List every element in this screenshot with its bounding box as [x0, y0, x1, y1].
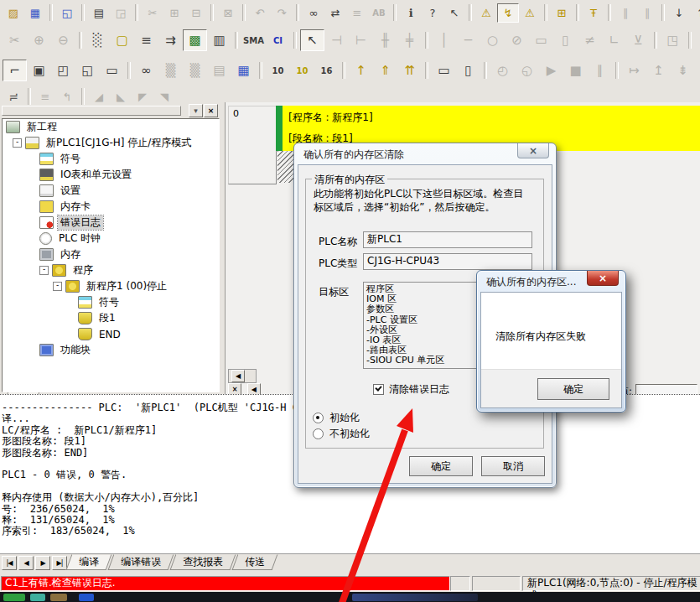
toolbar-icon[interactable]: ↦ — [622, 60, 646, 81]
toolbar-icon[interactable]: ▒ — [158, 60, 183, 81]
toolbar-icon[interactable]: ▣ — [27, 60, 51, 81]
toolbar-icon[interactable]: ≡ — [134, 29, 158, 51]
toolbar-icon[interactable]: 16 — [314, 60, 339, 81]
toolbar-icon[interactable]: ↓ — [668, 3, 690, 23]
toolbar-icon[interactable]: ⊕ — [27, 29, 51, 51]
tree-item[interactable]: IO表和单元设置 — [3, 167, 219, 183]
toolbar-icon[interactable]: ▦ — [231, 60, 256, 81]
toolbar-icon[interactable]: ▤ — [207, 60, 231, 81]
toolbar-icon[interactable]: │ — [432, 29, 456, 51]
tree-item[interactable]: 新工程 — [3, 119, 219, 135]
toolbar-icon[interactable]: ↑ — [690, 3, 700, 23]
toolbar-icon[interactable]: ↖ — [443, 3, 465, 23]
toolbar-icon[interactable]: ▶ — [539, 60, 563, 81]
toolbar-icon[interactable]: ◵ — [515, 60, 539, 81]
toolbar-icon[interactable]: 10 — [290, 60, 314, 81]
toolbar-icon[interactable]: ⊻ — [626, 29, 651, 51]
toolbar-icon[interactable]: ⊞ — [163, 3, 185, 23]
output-tab-编译错误[interactable]: 编译错误 — [108, 554, 174, 570]
tree-item[interactable]: -新PLC1[CJ1G-H] 停止/程序模式 — [3, 135, 219, 151]
output-tab-查找报表[interactable]: 查找报表 — [170, 554, 236, 570]
tree-item[interactable]: 内存 — [3, 247, 219, 262]
toolbar-icon[interactable]: ∥ — [614, 3, 636, 23]
toolbar-grip[interactable] — [2, 106, 181, 116]
toolbar-icon[interactable]: ∥ — [636, 3, 658, 23]
tab-scroll-button[interactable]: ▶| — [52, 556, 67, 570]
toolbar-icon[interactable]: ▩ — [183, 29, 207, 51]
toolbar-icon[interactable]: ⊟ — [185, 3, 207, 23]
tree-item[interactable]: END — [3, 326, 219, 342]
cancel-button[interactable]: 取消 — [481, 456, 545, 476]
scroll-left-icon[interactable]: ◀ — [231, 370, 245, 382]
toolbar-icon[interactable]: ≠ — [578, 29, 602, 51]
toolbar-icon[interactable]: SMA — [241, 29, 266, 51]
toolbar-icon[interactable]: ⌐ — [3, 60, 27, 81]
toolbar-icon[interactable]: Ŧ — [583, 3, 604, 23]
tree-item[interactable]: 错误日志 — [3, 215, 219, 231]
tab-scroll-button[interactable]: ◀ — [18, 556, 34, 570]
ok-button[interactable]: 确定 — [409, 456, 473, 476]
toolbar-icon[interactable]: ⇄ — [324, 3, 346, 23]
toolbar-icon[interactable]: ⊖ — [51, 29, 75, 51]
toolbar-icon[interactable]: ↯ — [497, 3, 519, 23]
toolbar-icon[interactable]: ∞ — [303, 3, 324, 23]
toolbar-icon[interactable]: ⇟ — [671, 60, 695, 81]
toolbar-icon[interactable]: ↶ — [249, 3, 271, 23]
toolbar-icon[interactable]: ? — [422, 3, 443, 23]
toolbar-icon[interactable]: ▯ — [456, 60, 480, 81]
toolbar-icon[interactable]: ∥ — [588, 60, 612, 81]
toolbar-icon[interactable]: 10 — [266, 60, 290, 81]
tree-item[interactable]: 功能块 — [3, 342, 219, 358]
tab-scroll-button[interactable]: |◀ — [2, 556, 17, 570]
toolbar-icon[interactable]: ■ — [563, 60, 588, 81]
toolbar-icon[interactable]: ◴ — [490, 60, 515, 81]
toolbar-icon[interactable]: ▒ — [183, 60, 207, 81]
tree-item[interactable]: 符号 — [3, 294, 219, 310]
toolbar-icon[interactable]: ≡ — [346, 3, 368, 23]
tree-collapse-icon[interactable]: - — [13, 138, 22, 148]
toolbar-icon[interactable]: ↥ — [646, 60, 671, 81]
toolbar-icon[interactable]: ⊢ — [349, 29, 373, 51]
toolbar-icon[interactable]: ↖ — [300, 29, 324, 51]
tree-item[interactable]: PLC 时钟 — [3, 231, 219, 247]
output-tab-传送[interactable]: 传送 — [232, 554, 278, 570]
toolbar-icon[interactable]: ⇈ — [397, 60, 422, 81]
toolbar-icon[interactable]: ─ — [456, 29, 480, 51]
close-icon[interactable]: × — [204, 104, 218, 117]
ok-button[interactable]: 确定 — [537, 378, 609, 400]
toolbar-icon[interactable]: ⊞ — [551, 3, 573, 23]
tree-item[interactable]: -新程序1 (00)停止 — [3, 278, 219, 294]
toolbar-icon[interactable]: ▯ — [553, 29, 578, 51]
output-tab-编译[interactable]: 编译 — [66, 554, 112, 570]
toolbar-icon[interactable]: ✂ — [3, 29, 27, 51]
toolbar-icon[interactable]: ○ — [480, 29, 505, 51]
toolbar-icon[interactable]: AB — [368, 3, 390, 23]
radio-initialize[interactable]: 初始化 — [313, 411, 360, 425]
toolbar-icon[interactable]: ▭ — [432, 60, 456, 81]
toolbar-icon[interactable]: ⇞ — [695, 60, 700, 81]
toolbar-icon[interactable]: ▭ — [529, 29, 553, 51]
toolbar-icon[interactable]: ◈ — [695, 29, 700, 51]
close-icon[interactable]: × — [587, 271, 619, 286]
toolbar-icon[interactable]: ◱ — [75, 60, 100, 81]
toolbar-icon[interactable]: ↷ — [271, 3, 293, 23]
radio-no-initialize[interactable]: 不初始化 — [313, 427, 370, 441]
radio-icon[interactable] — [313, 428, 324, 439]
toolbar-icon[interactable]: ⊠ — [217, 3, 239, 23]
toolbar-icon[interactable]: ⇑ — [373, 60, 397, 81]
tab-scroll-button[interactable]: ▶ — [35, 556, 50, 570]
toolbar-icon[interactable]: ∞ — [134, 60, 158, 81]
toolbar-icon[interactable]: ⇉ — [158, 29, 183, 51]
toolbar-icon[interactable]: ◲ — [110, 3, 132, 23]
toolbar-icon[interactable]: ◰ — [51, 60, 75, 81]
tree-item[interactable]: 符号 — [3, 151, 219, 167]
toolbar-icon[interactable]: ╫ — [373, 29, 397, 51]
tree-item[interactable]: 设置 — [3, 183, 219, 199]
toolbar-icon[interactable]: ↑ — [349, 60, 373, 81]
toolbar-icon[interactable]: ◱ — [56, 3, 78, 23]
toolbar-icon[interactable]: CI — [266, 29, 290, 51]
toolbar-icon[interactable]: ✂ — [142, 3, 163, 23]
toolbar-icon[interactable]: ▦ — [24, 3, 46, 23]
toolbar-icon[interactable]: ⊣ — [324, 29, 349, 51]
toolbar-icon[interactable]: ℹ — [400, 3, 422, 23]
